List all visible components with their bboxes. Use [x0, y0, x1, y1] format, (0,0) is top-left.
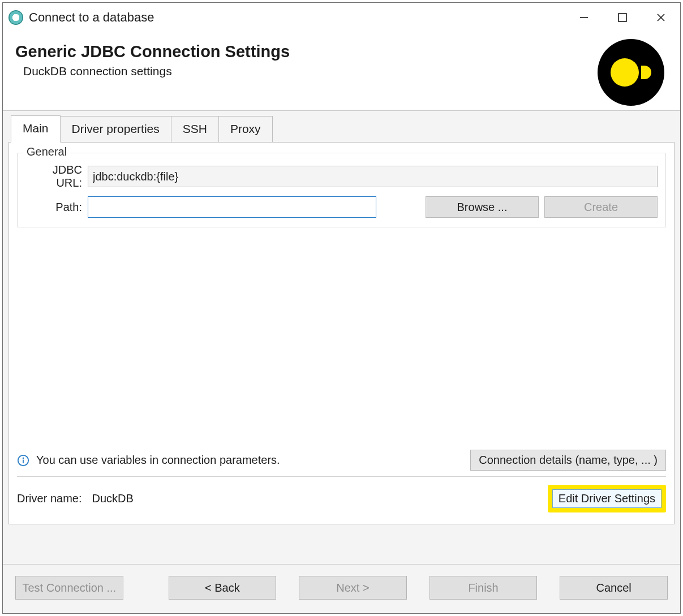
tab-ssh[interactable]: SSH	[171, 116, 219, 143]
window-title: Connect to a database	[29, 10, 154, 25]
general-legend: General	[23, 145, 70, 158]
test-connection-button[interactable]: Test Connection ...	[15, 576, 123, 600]
dialog-header: Generic JDBC Connection Settings DuckDB …	[3, 32, 680, 111]
edit-driver-settings-button[interactable]: Edit Driver Settings	[552, 489, 661, 508]
svg-rect-1	[618, 14, 626, 21]
connection-details-button[interactable]: Connection details (name, type, ... )	[470, 450, 666, 471]
driver-name-value: DuckDB	[92, 492, 133, 505]
finish-button[interactable]: Finish	[429, 576, 538, 600]
svg-point-5	[23, 457, 24, 459]
info-icon	[17, 454, 29, 467]
divider	[17, 476, 666, 477]
svg-rect-6	[23, 459, 24, 463]
dialog-footer: Test Connection ... < Back Next > Finish…	[3, 564, 680, 613]
info-text: You can use variables in connection para…	[36, 454, 280, 467]
duckdb-logo	[598, 39, 664, 106]
tab-driver-properties[interactable]: Driver properties	[61, 116, 171, 143]
browse-button[interactable]: Browse ...	[426, 196, 539, 218]
jdbc-url-field[interactable]	[88, 166, 658, 187]
create-button[interactable]: Create	[544, 196, 658, 218]
titlebar: Connect to a database	[3, 3, 680, 32]
maximize-icon	[617, 12, 628, 23]
dialog-window: Connect to a database Generic JDBC Conne…	[2, 2, 681, 614]
app-icon	[8, 10, 23, 25]
path-field[interactable]	[88, 196, 376, 218]
close-button[interactable]	[642, 3, 680, 32]
minimize-button[interactable]	[565, 3, 603, 32]
path-label: Path:	[25, 201, 82, 214]
minimize-icon	[579, 12, 589, 23]
tab-proxy[interactable]: Proxy	[219, 116, 273, 143]
back-button[interactable]: < Back	[169, 576, 277, 600]
cancel-button[interactable]: Cancel	[560, 576, 668, 600]
jdbc-url-label: JDBC URL:	[25, 163, 82, 189]
close-icon	[656, 12, 666, 23]
edit-driver-highlight: Edit Driver Settings	[548, 485, 666, 512]
next-button[interactable]: Next >	[299, 576, 407, 600]
tab-main[interactable]: Main	[11, 115, 61, 143]
driver-name-label: Driver name:	[17, 492, 81, 505]
tab-bar: Main Driver properties SSH Proxy	[8, 115, 675, 143]
page-subtitle: DuckDB connection settings	[23, 64, 598, 78]
dialog-body: Main Driver properties SSH Proxy General…	[3, 111, 680, 564]
tab-panel-main: General JDBC URL: Path: Browse ... Creat…	[8, 142, 675, 524]
page-title: Generic JDBC Connection Settings	[15, 42, 598, 61]
general-group: General JDBC URL: Path: Browse ... Creat…	[17, 153, 666, 227]
maximize-button[interactable]	[603, 3, 642, 32]
